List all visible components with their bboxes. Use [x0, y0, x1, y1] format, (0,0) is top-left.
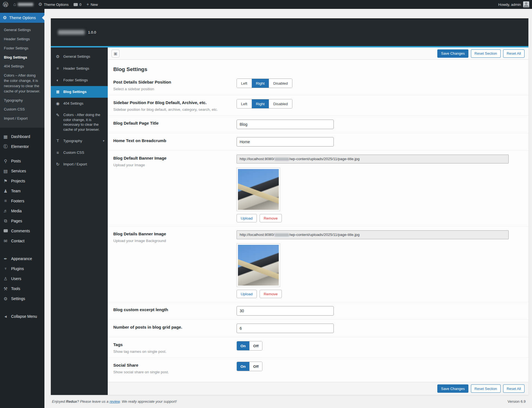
posts-per-grid-input[interactable]: [237, 324, 334, 333]
sidebar-item-pages[interactable]: ⧉ Pages: [0, 216, 44, 226]
plus-icon: +: [86, 2, 89, 7]
submenu-item-typography[interactable]: Typography: [0, 96, 44, 105]
blog-page-title-input[interactable]: [237, 120, 334, 129]
panel-menu-typography[interactable]: T Typography ▾: [51, 135, 108, 147]
sliders-icon: ≡: [55, 150, 60, 155]
review-link[interactable]: review: [109, 399, 120, 404]
field-row-tags: Tags Show tag names on single post. On O…: [108, 337, 528, 357]
option-right-button[interactable]: Right: [252, 99, 269, 108]
sidebar-item-tools[interactable]: ⚒ Tools: [0, 284, 44, 294]
url-prefix: http://localhost:8080/: [240, 233, 274, 237]
upload-button[interactable]: Upload: [237, 290, 257, 298]
option-right-button[interactable]: Right: [252, 79, 269, 88]
expand-options-button[interactable]: ▣: [112, 50, 119, 57]
upload-button[interactable]: Upload: [237, 214, 257, 222]
sidebar-item-theme-options[interactable]: ⚙ Theme Options: [0, 13, 44, 23]
banner-image-url-input[interactable]: http://localhost:8080//wp-content/upload…: [237, 230, 509, 239]
sidebar-item-projects[interactable]: ⚑ Projects: [0, 176, 44, 186]
panel-menu-footer-settings[interactable]: ◐ Footer Settings: [51, 74, 108, 86]
admin-bar-account[interactable]: Howdy, admin: [498, 1, 529, 7]
reset-section-button[interactable]: Reset Section: [471, 49, 501, 58]
submenu-item-custom-css[interactable]: Custom CSS: [0, 105, 44, 114]
sidebar-item-elementor[interactable]: Ⓔ Elementor: [0, 142, 44, 152]
theme-version: 1.0.0: [88, 30, 96, 34]
toggle-off-button[interactable]: Off: [249, 362, 262, 371]
admin-bar: Ⓦ ⌂ ⚙ Theme Options 0 + New Howdy, admin: [0, 0, 532, 9]
panel-menu-custom-css[interactable]: ≡ Custom CSS: [51, 147, 108, 158]
toggle-off-button[interactable]: Off: [249, 341, 262, 350]
sidebar-item-settings[interactable]: ⚙ Settings: [0, 294, 44, 304]
remove-button[interactable]: Remove: [260, 214, 282, 222]
blurred-url-segment: [275, 233, 289, 236]
banner-image-thumbnail: [238, 245, 279, 286]
pages-icon: ⧉: [3, 218, 8, 223]
home-breadcrumb-input[interactable]: [237, 137, 334, 147]
sidebar-item-plugins[interactable]: ♆ Plugins: [0, 264, 44, 274]
submenu-item-footer-settings[interactable]: Footer Settings: [0, 44, 44, 53]
panel-section-menu: ⚙ General Settings ≡ Header Settings ◐ F…: [51, 47, 108, 395]
sidebar-item-footers[interactable]: ≡ Footers: [0, 196, 44, 206]
sidebar-item-team[interactable]: ♟ Team: [0, 186, 44, 196]
sidebar-item-contact[interactable]: ✉ Contact: [0, 236, 44, 246]
sidebar-item-media[interactable]: ♬ Media: [0, 206, 44, 216]
option-disabled-button[interactable]: Disabled: [269, 99, 292, 108]
reset-section-button[interactable]: Reset Section: [471, 384, 501, 393]
excerpt-length-input[interactable]: [237, 306, 334, 316]
field-title: Post Details Sidebar Position: [113, 80, 237, 84]
field-title: Home Text on Breadcrumb: [113, 138, 237, 143]
sidebar-item-label: Collapse Menu: [11, 314, 37, 319]
admin-bar-new[interactable]: + New: [86, 2, 98, 7]
sidebar-position-group: Left Right Disabled: [237, 99, 292, 109]
admin-bar-comments[interactable]: 0: [74, 2, 81, 7]
submenu-item-header-settings[interactable]: Header Settings: [0, 35, 44, 44]
save-changes-button[interactable]: Save Changes: [437, 384, 468, 393]
admin-bar-site-name[interactable]: ⌂: [13, 2, 33, 7]
panel-menu-import-export[interactable]: ↻ Import / Export: [51, 158, 108, 170]
sidebar-item-label: Plugins: [11, 266, 24, 271]
panel-menu-colors[interactable]: ✎ Colors - After doing the color change,…: [51, 109, 108, 135]
panel-menu-general-settings[interactable]: ⚙ General Settings: [51, 51, 108, 62]
list-icon: ≣: [55, 89, 60, 95]
wordpress-logo-icon[interactable]: Ⓦ: [3, 1, 8, 8]
submenu-item-404-settings[interactable]: 404 Settings: [0, 62, 44, 71]
toggle-on-button[interactable]: On: [237, 341, 249, 350]
sidebar-item-comments[interactable]: Comments: [0, 226, 44, 236]
remove-button[interactable]: Remove: [260, 290, 282, 298]
sidebar-item-label: Dashboard: [11, 134, 30, 139]
banner-image-url-input[interactable]: http://localhost:8080//wp-content/upload…: [237, 155, 509, 163]
admin-bar-theme-options[interactable]: ⚙ Theme Options: [38, 2, 69, 7]
tools-icon: ⚒: [3, 286, 8, 291]
redux-footer-note: Enjoyed Redux? Please leave us a review.…: [52, 399, 177, 404]
sidebar-item-collapse-menu[interactable]: ◀ Collapse Menu: [0, 311, 44, 321]
option-left-button[interactable]: Left: [237, 99, 252, 108]
pushpin-icon: ⚲: [3, 158, 8, 164]
toggle-on-button[interactable]: On: [237, 362, 249, 371]
sidebar-item-dashboard[interactable]: ▦ Dashboard: [0, 132, 44, 142]
panel-menu-header-settings[interactable]: ≡ Header Settings: [51, 62, 108, 74]
submenu-item-colors[interactable]: Colors – After doing the color change, i…: [0, 71, 44, 96]
panel-menu-404-settings[interactable]: ◉ 404 Settings: [51, 98, 108, 109]
sidebar-theme-options-label: Theme Options: [9, 16, 36, 20]
panel-menu-blog-settings[interactable]: ≣ Blog Settings: [51, 86, 108, 98]
field-desc: Show social share on single post.: [113, 370, 237, 374]
refresh-icon: ↻: [55, 162, 60, 167]
user-avatar: [523, 1, 529, 7]
sidebar-item-appearance[interactable]: ✒ Appearance: [0, 254, 44, 264]
option-left-button[interactable]: Left: [237, 79, 252, 88]
submenu-item-blog-settings[interactable]: Blog Settings: [0, 53, 44, 62]
option-disabled-button[interactable]: Disabled: [269, 79, 292, 88]
submenu-item-import-export[interactable]: Import / Export: [0, 114, 44, 123]
blurred-url-segment: [275, 158, 289, 161]
sidebar-item-users[interactable]: ♙ Users: [0, 274, 44, 284]
save-changes-button[interactable]: Save Changes: [437, 49, 468, 58]
reset-all-button[interactable]: Reset All: [503, 49, 525, 58]
social-share-toggle-group: On Off: [237, 362, 262, 371]
sidebar-position-group: Left Right Disabled: [237, 79, 292, 88]
page-footer: Enjoyed Redux? Please leave us a review.…: [51, 395, 528, 404]
sidebar-item-services[interactable]: ▤ Services: [0, 166, 44, 176]
panel-menu-label: Typography: [63, 138, 82, 143]
sidebar-item-posts[interactable]: ⚲ Posts: [0, 156, 44, 166]
reset-all-button[interactable]: Reset All: [503, 384, 525, 393]
submenu-item-general-settings[interactable]: General Settings: [0, 26, 44, 35]
field-row-excerpt-length: Blog custom excerpt length: [108, 302, 528, 319]
